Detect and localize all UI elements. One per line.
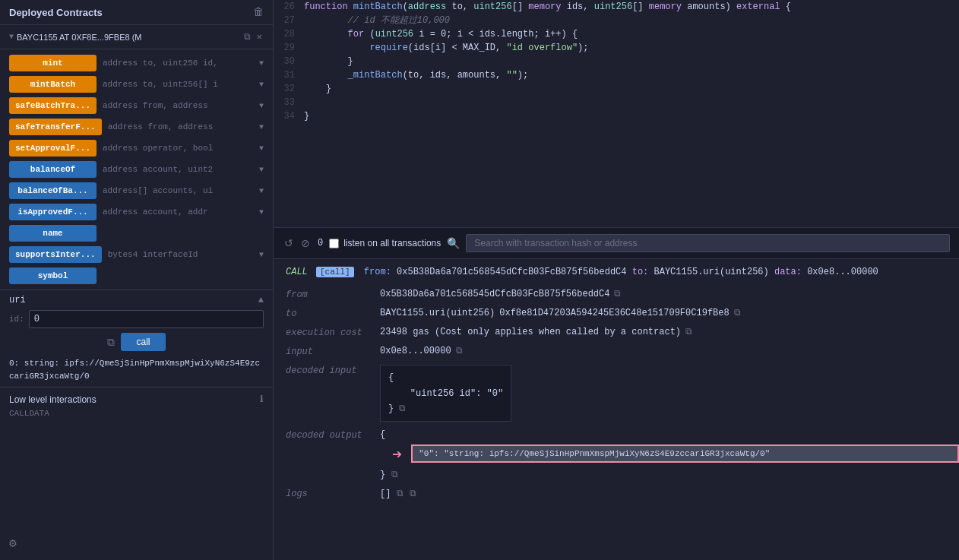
fn-btn-symbol[interactable]: symbol: [9, 267, 97, 284]
fn-expand-balanceofbatch[interactable]: ▼: [259, 187, 264, 195]
uri-collapse-icon[interactable]: ▲: [258, 295, 264, 305]
uri-input-row: id:: [9, 310, 264, 328]
fn-btn-setapproval[interactable]: setApprovalF...: [9, 140, 97, 157]
uri-call-button[interactable]: call: [121, 333, 165, 351]
from-address: 0x5B38Da6a701c568545dCfcB03FcB875f56bedd…: [380, 289, 609, 299]
tx-row-input: input 0x0e8...00000 ⧉: [286, 346, 947, 357]
fn-params-mint: address to, uint256 id,: [103, 59, 253, 68]
line-content-29: require(ids[i] < MAX_ID, "id overflow");: [304, 41, 589, 55]
low-level-info-icon[interactable]: ℹ: [260, 394, 264, 405]
fn-btn-isapproved[interactable]: isApprovedF...: [9, 204, 97, 220]
fn-btn-balanceof[interactable]: balanceOf: [9, 161, 97, 178]
fn-btn-safebatchtransfer[interactable]: safeBatchTra...: [9, 97, 97, 114]
field-value-from: 0x5B38Da6a701c568545dCfcB03FcB875f56bedd…: [380, 289, 947, 299]
decoded-output-wrapper: ➔ "0": "string: ipfs://QmeSjSinHpPnmXmsp…: [392, 445, 959, 465]
trash-icon[interactable]: 🗑: [253, 6, 264, 18]
listen-checkbox: listen on all transactions: [329, 238, 441, 248]
line-content-26: function mintBatch(address to, uint256[]…: [304, 0, 791, 14]
fn-params-mintbatch: address to, uint256[] i: [103, 80, 253, 89]
fn-btn-balanceofbatch[interactable]: balanceOfBa...: [9, 182, 97, 199]
tx-row-logs: logs [] ⧉ ⧉: [286, 488, 947, 499]
code-line-33: 33: [274, 96, 959, 109]
tx-refresh-icon[interactable]: ↺: [283, 236, 295, 251]
settings-icon[interactable]: ⚙: [9, 536, 17, 551]
fn-row-balanceof: balanceOf address account, uint2 ▼: [0, 159, 273, 180]
to-address: 0xf8e81D47203A594245E36C48e151709F0C19fB…: [499, 308, 729, 318]
right-panel: 26 function mintBatch(address to, uint25…: [274, 0, 959, 560]
fn-btn-name[interactable]: name: [9, 225, 97, 242]
decoded-input-block: { "uint256 id": "0"} ⧉: [380, 365, 511, 422]
search-input[interactable]: [466, 234, 950, 252]
code-editor: 26 function mintBatch(address to, uint25…: [274, 0, 959, 228]
left-panel: Deployed Contracts 🗑 ▼ BAYC1155 AT 0XF8E…: [0, 0, 274, 560]
line-num-34: 34: [274, 109, 304, 123]
fn-params-isapproved: address account, addr: [103, 207, 253, 217]
to-copy-icon[interactable]: ⧉: [734, 308, 741, 318]
code-line-30: 30 }: [274, 55, 959, 68]
fn-expand-safetransfer[interactable]: ▼: [259, 123, 264, 131]
input-copy-icon[interactable]: ⧉: [456, 346, 463, 356]
fn-expand-balanceof[interactable]: ▼: [259, 166, 264, 174]
low-level-header: Low level interactions ℹ: [9, 394, 264, 405]
fn-btn-mintbatch[interactable]: mintBatch: [9, 76, 97, 93]
tx-count: 0: [318, 238, 323, 248]
fn-params-balanceofbatch: address[] accounts, ui: [103, 186, 253, 195]
fn-row-mint: mint address to, uint256 id, ▼: [0, 52, 273, 74]
tx-stop-icon[interactable]: ⊘: [299, 236, 312, 251]
contract-copy-icon[interactable]: ⧉: [242, 30, 252, 44]
fn-expand-mint[interactable]: ▼: [259, 59, 264, 68]
code-line-26: 26 function mintBatch(address to, uint25…: [274, 0, 959, 14]
line-num-33: 33: [274, 96, 304, 109]
fn-row-symbol: symbol: [0, 265, 273, 286]
call-to-label: to:: [632, 267, 654, 277]
tx-row-from: from 0x5B38Da6a701c568545dCfcB03FcB875f5…: [286, 289, 947, 300]
line-num-26: 26: [274, 0, 304, 14]
uri-header: uri ▲: [9, 295, 264, 305]
logs-copy-icon-1[interactable]: ⧉: [397, 489, 404, 499]
functions-list: mint address to, uint256 id, ▼ mintBatch…: [0, 49, 273, 289]
fn-expand-safebatchtransfer[interactable]: ▼: [259, 102, 264, 110]
tx-details: CALL [call] from: 0x5B38Da6a701c568545dC…: [274, 259, 959, 560]
fn-expand-mintbatch[interactable]: ▼: [259, 81, 264, 89]
execution-copy-icon[interactable]: ⧉: [685, 327, 692, 337]
code-line-32: 32 }: [274, 82, 959, 96]
listen-checkbox-input[interactable]: [329, 239, 339, 248]
decoded-output-close: } ⧉: [380, 470, 398, 480]
field-label-to: to: [286, 308, 377, 319]
low-level-title: Low level interactions: [9, 394, 97, 405]
uri-actions: ⧉ call: [9, 333, 264, 351]
fn-params-balanceof: address account, uint2: [103, 165, 253, 174]
decoded-input-copy-icon[interactable]: ⧉: [399, 403, 406, 414]
line-num-30: 30: [274, 55, 304, 68]
fn-btn-supportsinterface[interactable]: supportsInter...: [9, 246, 102, 263]
uri-id-input[interactable]: [29, 310, 264, 328]
fn-params-safebatchtransfer: address from, address: [103, 101, 253, 110]
listen-label: listen on all transactions: [343, 238, 441, 248]
fn-expand-isapproved[interactable]: ▼: [259, 208, 264, 217]
to-contract: BAYC1155.uri(uint256): [380, 308, 495, 318]
line-num-29: 29: [274, 41, 304, 55]
field-label-from: from: [286, 289, 377, 300]
fn-expand-setapproval[interactable]: ▼: [259, 144, 264, 153]
code-line-27: 27 // id 不能超过10,000: [274, 14, 959, 27]
line-num-31: 31: [274, 68, 304, 82]
contract-close-icon[interactable]: ✕: [255, 30, 264, 44]
code-line-31: 31 _mintBatch(to, ids, amounts, "");: [274, 68, 959, 82]
fn-row-balanceofbatch: balanceOfBa... address[] accounts, ui ▼: [0, 180, 273, 201]
from-copy-icon[interactable]: ⧉: [614, 289, 621, 299]
line-content-27: // id 不能超过10,000: [304, 14, 450, 27]
fn-btn-safetransfer[interactable]: safeTransferF...: [9, 119, 102, 135]
contract-expand-arrow[interactable]: ▼: [9, 33, 14, 41]
uri-copy-button[interactable]: ⧉: [107, 336, 115, 349]
decoded-output-copy-icon[interactable]: ⧉: [391, 470, 398, 480]
logs-copy-icon-2[interactable]: ⧉: [410, 489, 416, 499]
uri-section: uri ▲ id: ⧉ call 0: string: ipfs://QmeSj…: [0, 289, 273, 387]
uri-result: 0: string: ipfs://QmeSjSinHpPnmXmspMjwiX…: [9, 357, 264, 382]
call-badge: CALL: [286, 267, 308, 277]
decoded-output-open: {: [380, 429, 385, 440]
calldata-label: CALLDATA: [9, 409, 49, 418]
field-value-decoded-input: { "uint256 id": "0"} ⧉: [380, 365, 947, 422]
fn-btn-mint[interactable]: mint: [9, 55, 97, 71]
fn-expand-supportsinterface[interactable]: ▼: [259, 251, 264, 259]
code-line-34: 34 }: [274, 109, 959, 123]
